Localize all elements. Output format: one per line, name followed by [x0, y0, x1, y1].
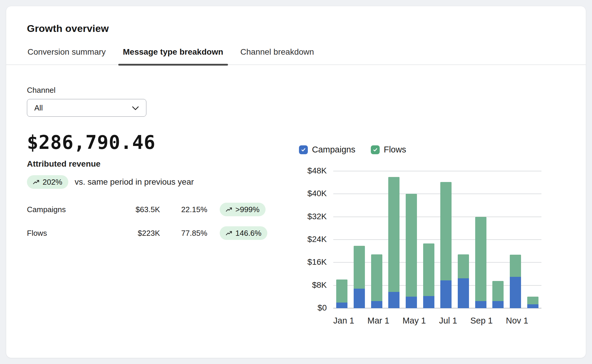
campaigns-bar-segment	[388, 292, 399, 308]
channel-select[interactable]: All	[27, 99, 146, 117]
channel-filter-label: Channel	[27, 86, 287, 95]
campaigns-bar-segment	[492, 301, 504, 308]
campaigns-bar-segment	[336, 303, 347, 308]
x-axis-tick-label: May 1	[402, 316, 426, 326]
attributed-revenue-label: Attributed revenue	[27, 159, 287, 169]
x-axis-tick-label	[426, 316, 439, 326]
row-value: $223K	[116, 229, 160, 238]
x-axis-tick-label: Nov 1	[506, 316, 528, 326]
flows-bar-segment	[423, 243, 434, 296]
y-axis-tick-label: $8K	[296, 280, 327, 290]
flows-bar-segment	[492, 281, 504, 301]
bar-jul-1	[437, 171, 455, 308]
bar-feb-1	[351, 171, 368, 308]
flows-bar-segment	[406, 194, 417, 297]
flows-bar-segment	[354, 246, 365, 289]
campaigns-bar-segment	[475, 301, 486, 308]
chevron-down-icon	[132, 103, 139, 113]
plot-area: $48K$40K$32K$24K$16K$8K$0	[333, 171, 541, 308]
row-share: 22.15%	[160, 205, 207, 214]
bar-sep-1	[472, 171, 489, 308]
chart-panel: Campaigns Flows $48K$40K$32K$24K$16K$8K$…	[299, 86, 547, 326]
campaigns-bar-segment	[406, 297, 417, 308]
card-body: Channel All $286,790.46 Attributed reven…	[6, 65, 586, 326]
x-axis-labels: Jan 1Mar 1May 1Jul 1Sep 1Nov 1	[333, 316, 541, 326]
x-axis-tick-label: Jan 1	[333, 316, 354, 326]
y-axis-tick-label: $24K	[296, 235, 327, 244]
y-axis-tick-label: $16K	[296, 257, 327, 267]
x-axis-tick-label: Jul 1	[439, 316, 457, 326]
flows-bar-segment	[527, 297, 538, 304]
y-axis-tick-label: $0	[296, 303, 327, 313]
attributed-revenue-value: $286,790.46	[27, 131, 287, 153]
row-share: 77.85%	[160, 229, 207, 238]
legend-label: Campaigns	[312, 145, 355, 155]
campaigns-checkbox[interactable]	[299, 145, 308, 154]
bar-aug-1	[455, 171, 472, 308]
trend-row: 202% vs. same period in previous year	[27, 175, 287, 189]
legend-item-campaigns[interactable]: Campaigns	[299, 145, 355, 155]
row-trend-value: >999%	[235, 205, 260, 214]
channel-select-value: All	[34, 103, 43, 113]
campaigns-bar-segment	[458, 278, 469, 308]
x-axis-tick-label	[457, 316, 470, 326]
campaigns-bar-segment	[527, 304, 538, 308]
bar-nov-1	[507, 171, 524, 308]
stacked-bar-chart: $48K$40K$32K$24K$16K$8K$0 Jan 1Mar 1May …	[299, 171, 541, 326]
table-row: Campaigns $63.5K 22.15% >999%	[27, 201, 287, 218]
flows-bar-segment	[510, 255, 521, 277]
flows-bar-segment	[458, 254, 469, 278]
table-row: Flows $223K 77.85% 146.6%	[27, 224, 287, 242]
message-type-breakdown-table: Campaigns $63.5K 22.15% >999% Flows	[27, 201, 287, 242]
trend-badge: 202%	[27, 175, 68, 189]
tab-bar: Conversion summary Message type breakdow…	[27, 43, 565, 64]
row-trend-badge: >999%	[220, 203, 266, 216]
legend-label: Flows	[384, 145, 406, 155]
page-title: Growth overview	[27, 23, 565, 34]
summary-panel: Channel All $286,790.46 Attributed reven…	[27, 86, 287, 326]
campaigns-bar-segment	[423, 296, 434, 308]
card-header: Growth overview Conversion summary Messa…	[6, 6, 586, 65]
tab-channel-breakdown[interactable]: Channel breakdown	[240, 43, 315, 64]
campaigns-bar-segment	[371, 301, 382, 308]
bar-mar-1	[368, 171, 385, 308]
bar-dec-1	[524, 171, 541, 308]
bar-jan-1	[333, 171, 351, 308]
growth-overview-card: Growth overview Conversion summary Messa…	[6, 6, 586, 358]
legend-item-flows[interactable]: Flows	[371, 145, 406, 155]
row-trend-badge: 146.6%	[220, 226, 267, 240]
chart-legend: Campaigns Flows	[299, 145, 547, 155]
y-axis-tick-label: $48K	[296, 166, 327, 176]
flows-bar-segment	[475, 217, 486, 301]
campaigns-bar-segment	[440, 280, 452, 308]
y-axis-tick-label: $32K	[296, 212, 327, 221]
row-trend-wrap: >999%	[220, 203, 273, 216]
bar-jun-1	[420, 171, 437, 308]
flows-bar-segment	[371, 254, 382, 301]
tab-conversion-summary[interactable]: Conversion summary	[27, 43, 106, 64]
trend-up-icon	[33, 178, 40, 187]
trend-up-icon	[226, 229, 232, 238]
y-axis-tick-label: $40K	[296, 189, 327, 198]
row-trend-wrap: 146.6%	[220, 226, 273, 240]
flows-bar-segment	[388, 177, 399, 292]
flows-checkbox[interactable]	[371, 145, 380, 154]
flows-bar-segment	[440, 182, 452, 281]
x-axis-tick-label	[528, 316, 541, 326]
row-label: Flows	[27, 229, 116, 238]
trend-up-icon	[226, 205, 232, 214]
bar-may-1	[403, 171, 420, 308]
bar-oct-1	[489, 171, 507, 308]
bar-apr-1	[385, 171, 403, 308]
campaigns-bar-segment	[510, 277, 521, 308]
x-axis-tick-label: Sep 1	[470, 316, 493, 326]
x-axis-tick-label	[354, 316, 368, 326]
campaigns-bar-segment	[354, 289, 365, 308]
x-axis-tick-label	[389, 316, 403, 326]
bars-layer	[333, 171, 541, 308]
row-label: Campaigns	[27, 205, 116, 214]
x-axis-tick-label	[493, 316, 506, 326]
tab-message-type-breakdown[interactable]: Message type breakdown	[122, 43, 224, 64]
flows-bar-segment	[336, 280, 347, 302]
trend-badge-value: 202%	[43, 178, 62, 187]
